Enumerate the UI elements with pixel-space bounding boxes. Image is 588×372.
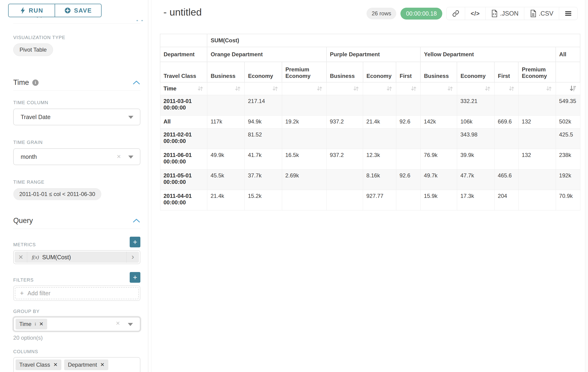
pill-label: Department: [68, 361, 97, 368]
chevron-up-icon[interactable]: [133, 80, 140, 85]
export-toolbar: </> .JSON .CSV: [446, 7, 578, 20]
view-query-button[interactable]: </>: [465, 7, 485, 20]
time-column-select[interactable]: Travel Date: [13, 109, 140, 125]
sort-icon[interactable]: [386, 85, 393, 92]
pivot-value-cell: 21.4k: [363, 115, 396, 128]
metrics-label: METRICS: [13, 242, 36, 247]
sort-icon[interactable]: [234, 85, 241, 92]
table-row: 2011-02-01 00:00:0081.52343.98425.5: [160, 128, 580, 149]
sort-icon[interactable]: [197, 85, 204, 92]
pivot-column-sort-header[interactable]: [556, 82, 580, 95]
pivot-value-cell: 2.69k: [282, 169, 326, 190]
table-row: 2011-05-01 00:00:0045.5k37.7k2.69k8.16k9…: [160, 169, 580, 190]
pivot-time-sort-header[interactable]: Time: [160, 82, 207, 95]
pivot-row-label: 2011-04-01 00:00:00: [160, 190, 207, 210]
sort-icon[interactable]: [316, 85, 323, 92]
menu-button[interactable]: [559, 7, 577, 20]
sort-icon[interactable]: [272, 85, 279, 92]
chart-type-collapse-icon[interactable]: [136, 20, 143, 21]
run-button[interactable]: RUN: [9, 4, 55, 17]
pivot-value-cell: 94.9k: [244, 115, 282, 128]
pivot-value-cell: [420, 128, 457, 149]
pivot-value-cell: [396, 190, 420, 210]
group-by-select[interactable]: Timei✕ ×: [13, 317, 140, 331]
selected-option-pill[interactable]: Department✕: [64, 360, 108, 370]
clear-icon[interactable]: ×: [116, 371, 120, 372]
chart-panel: - untitled 26 rows 00:00:00.18 </>: [151, 0, 588, 372]
pivot-column-sort-header[interactable]: [207, 82, 244, 95]
pivot-value-cell: 41.7k: [244, 149, 282, 169]
pivot-value-cell: [494, 149, 518, 169]
selected-option-pill[interactable]: Timei✕: [16, 319, 47, 329]
remove-pill-icon[interactable]: ✕: [53, 362, 57, 368]
remove-pill-icon[interactable]: ✕: [39, 321, 43, 327]
pivot-value-cell: 12.3k: [363, 149, 396, 169]
pivot-value-cell: 39.9k: [457, 149, 494, 169]
sort-icon[interactable]: [410, 85, 417, 92]
sort-icon[interactable]: [508, 85, 515, 92]
pivot-column-sort-header[interactable]: [244, 82, 282, 95]
pivot-value-cell: [282, 128, 326, 149]
pivot-department-header: Orange Department: [207, 47, 326, 62]
pivot-column-sort-header[interactable]: [396, 82, 420, 95]
viz-type-value[interactable]: Pivot Table: [13, 43, 53, 56]
pivot-value-cell: [363, 95, 396, 115]
sort-descending-icon[interactable]: [569, 85, 577, 92]
hamburger-menu-icon: [565, 11, 572, 17]
selected-option-pill[interactable]: Travel Class✕: [16, 360, 61, 370]
add-metric-button[interactable]: +: [130, 237, 140, 247]
time-grain-select[interactable]: month ×: [13, 148, 140, 165]
pivot-class-header: Economy: [363, 62, 396, 82]
pivot-value-cell: [494, 128, 518, 149]
save-button[interactable]: SAVE: [55, 4, 101, 17]
pivot-value-cell: 465.6: [494, 169, 518, 190]
export-csv-button[interactable]: .CSV: [524, 7, 559, 20]
add-filter-plus-button[interactable]: +: [130, 272, 140, 283]
pivot-column-sort-header[interactable]: [282, 82, 326, 95]
pivot-row-dimension-header: Department: [160, 47, 207, 62]
pivot-column-sort-header[interactable]: [420, 82, 457, 95]
remove-metric-icon[interactable]: ✕: [15, 252, 27, 263]
pivot-column-sort-header[interactable]: [518, 82, 556, 95]
export-json-button[interactable]: .JSON: [485, 7, 524, 20]
info-icon: i: [32, 80, 39, 86]
pivot-value-cell: 70.9k: [556, 190, 580, 210]
pivot-value-cell: [420, 95, 457, 115]
pivot-value-cell: 217.14: [244, 95, 282, 115]
time-section-header[interactable]: Time i: [13, 78, 140, 87]
query-section-header[interactable]: Query: [13, 216, 140, 225]
add-filter-button[interactable]: + Add filter: [15, 287, 139, 299]
pivot-value-cell: 937.2: [326, 149, 363, 169]
sort-icon[interactable]: [447, 85, 454, 92]
vertical-scrollbar[interactable]: [585, 0, 588, 372]
pivot-row-label: All: [160, 115, 207, 128]
clear-icon[interactable]: ×: [116, 319, 120, 327]
plus-icon: +: [20, 290, 24, 297]
pivot-metric-header: SUM(Cost): [207, 34, 580, 47]
sort-icon[interactable]: [353, 85, 359, 92]
pivot-column-sort-header[interactable]: [326, 82, 363, 95]
pivot-column-sort-header[interactable]: [363, 82, 396, 95]
table-row: 2011-03-01 00:00:00217.14332.21549.35: [160, 95, 580, 115]
pill-label: Travel Class: [19, 361, 50, 368]
pivot-department-header: Purple Department: [326, 47, 421, 62]
chart-title[interactable]: - untitled: [163, 7, 202, 18]
pivot-column-sort-header[interactable]: [494, 82, 518, 95]
sort-icon[interactable]: [484, 85, 491, 92]
chevron-right-icon[interactable]: ›: [126, 252, 139, 263]
clear-icon[interactable]: ×: [117, 152, 121, 160]
share-link-button[interactable]: [447, 7, 465, 20]
columns-select[interactable]: Travel Class✕Department✕ ×: [13, 357, 140, 372]
sort-icon[interactable]: [546, 85, 552, 92]
chevron-up-icon[interactable]: [133, 218, 140, 223]
remove-pill-icon[interactable]: ✕: [100, 362, 104, 368]
explore-view: Chart Type RUN: [0, 0, 588, 372]
metric-pill[interactable]: ✕ f(x) SUM(Cost) ›: [15, 252, 139, 263]
pivot-table-container: SUM(Cost)DepartmentOrange DepartmentPurp…: [160, 34, 580, 210]
pivot-value-cell: [396, 149, 420, 169]
pivot-value-cell: 425.5: [556, 128, 580, 149]
query-timer-badge: 00:00:00.18: [400, 8, 442, 20]
time-range-value[interactable]: 2011-01-01 ≤ col < 2011-06-30: [13, 188, 101, 200]
pivot-column-sort-header[interactable]: [457, 82, 494, 95]
pivot-department-header: All: [556, 47, 580, 62]
